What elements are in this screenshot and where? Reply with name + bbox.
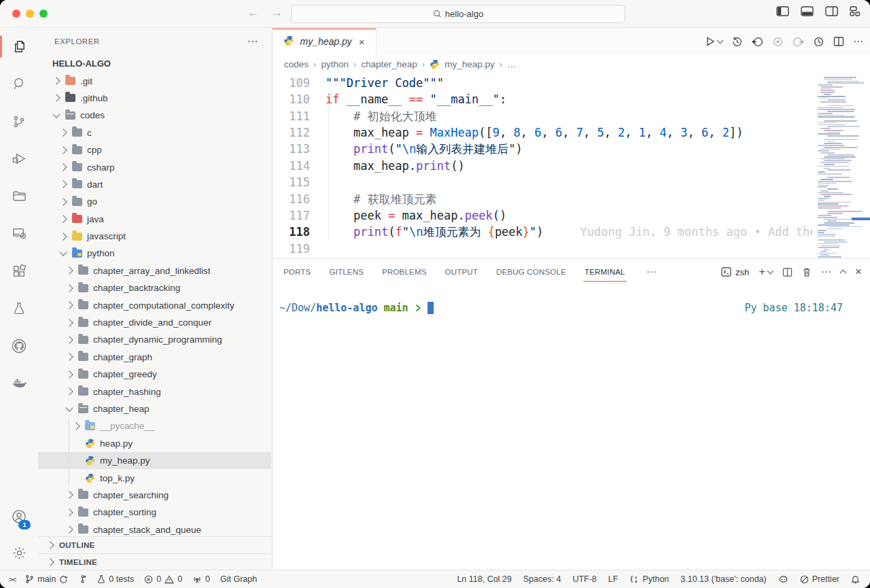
activity-testing-icon[interactable] xyxy=(0,290,38,327)
tree-item-codes[interactable]: codes xyxy=(38,107,271,124)
close-window-button[interactable] xyxy=(12,10,20,18)
breadcrumb-chapter-heap[interactable]: chapter_heap xyxy=(361,59,417,69)
panel-tab-gitlens[interactable]: GITLENS xyxy=(329,268,364,276)
navigate-forward-icon[interactable]: → xyxy=(271,6,283,20)
tree-item-cpp[interactable]: cpp xyxy=(38,141,271,158)
code-editor[interactable]: 109"""Driver Code"""110if __name__ == "_… xyxy=(273,73,870,258)
more-actions-icon[interactable]: ⋯ xyxy=(853,35,863,48)
tree-root-hello-algo[interactable]: HELLO-ALGO xyxy=(38,55,271,72)
forward-circle-icon[interactable] xyxy=(793,36,804,48)
terminal[interactable]: ~/Dow/hello-algo main Py base 18:18:47 xyxy=(279,285,870,570)
tree-item--git[interactable]: .git xyxy=(38,72,271,89)
activity-run-debug-icon[interactable] xyxy=(0,140,38,177)
problems-status[interactable]: 0 0 xyxy=(144,574,182,584)
command-center-search[interactable]: hello-algo xyxy=(291,5,625,23)
python-interpreter-status[interactable]: 3.10.13 ('base': conda) xyxy=(680,574,766,584)
tree-item-chapter-heap[interactable]: chapter_heap xyxy=(38,400,271,417)
navigate-back-icon[interactable]: ← xyxy=(247,6,259,20)
customize-layout-icon[interactable] xyxy=(850,6,860,16)
code-line-118[interactable]: 118 print(f"\n堆顶元素为 {peek}")Yudong Jin, … xyxy=(273,224,870,240)
panel-more-actions-icon[interactable]: ⋯ xyxy=(821,266,831,278)
code-line-119[interactable]: 119 xyxy=(273,241,870,257)
back-circle-icon[interactable] xyxy=(752,36,763,48)
encoding-status[interactable]: UTF-8 xyxy=(572,574,596,584)
code-line-114[interactable]: 114 max_heap.print() xyxy=(273,158,870,174)
circle-dot-icon[interactable] xyxy=(772,36,784,48)
code-line-109[interactable]: 109"""Driver Code""" xyxy=(273,75,870,91)
activity-extensions-icon[interactable] xyxy=(0,252,38,290)
tree-item-javascript[interactable]: javascript xyxy=(38,228,271,245)
tree-item-chapter-computational-complexity[interactable]: chapter_computational_complexity xyxy=(38,296,271,313)
gitlens-status-icon[interactable] xyxy=(78,574,87,584)
panel-tab-problems[interactable]: PROBLEMS xyxy=(382,268,427,276)
code-line-111[interactable]: 111 # 初始化大顶堆 xyxy=(273,108,870,124)
code-line-116[interactable]: 116 # 获取堆顶元素 xyxy=(273,191,870,207)
breadcrumb-file[interactable]: my_heap.py xyxy=(445,59,495,69)
panel-tabs-overflow-icon[interactable]: ⋯ xyxy=(646,266,657,278)
toggle-panel-icon[interactable] xyxy=(801,6,814,16)
activity-source-control-icon[interactable] xyxy=(0,103,38,140)
outline-section[interactable]: OUTLINE xyxy=(38,536,271,553)
activity-folder-icon[interactable] xyxy=(0,177,38,215)
activity-search-icon[interactable] xyxy=(0,65,38,103)
terminal-instance[interactable]: zsh xyxy=(721,267,749,277)
code-line-117[interactable]: 117 peek = max_heap.peek() xyxy=(273,207,870,224)
timeline-section[interactable]: TIMELINE xyxy=(38,553,271,570)
kill-terminal-trash-icon[interactable] xyxy=(802,267,812,277)
code-line-113[interactable]: 113 print("\n输入列表并建堆后") xyxy=(273,141,870,157)
eol-status[interactable]: LF xyxy=(608,574,619,584)
toggle-secondary-sidebar-icon[interactable] xyxy=(825,6,838,16)
new-terminal-button[interactable]: + xyxy=(759,265,773,279)
tree-item-dart[interactable]: dart xyxy=(38,176,271,193)
branch-status[interactable]: main xyxy=(25,574,68,584)
tree-item-go[interactable]: go xyxy=(38,193,271,210)
tree-item-java[interactable]: java xyxy=(38,211,271,228)
panel-tab-ports[interactable]: PORTS xyxy=(283,268,311,276)
activity-remote-explorer-icon[interactable] xyxy=(0,215,38,252)
tree-item-chapter-graph[interactable]: chapter_graph xyxy=(38,349,271,366)
tree-item-chapter-array-and-linkedlist[interactable]: chapter_array_and_linkedlist xyxy=(38,262,271,279)
tree-item-chapter-backtracking[interactable]: chapter_backtracking xyxy=(38,279,271,296)
run-python-file-button[interactable] xyxy=(705,36,723,47)
tree-item--github[interactable]: .github xyxy=(38,90,271,107)
tree-item-chapter-greedy[interactable]: chapter_greedy xyxy=(38,366,271,383)
zoom-window-button[interactable] xyxy=(39,10,48,18)
close-panel-icon[interactable]: × xyxy=(855,265,862,279)
tree-item-top-k-py[interactable]: top_k.py xyxy=(38,469,271,486)
breadcrumb-python[interactable]: python xyxy=(321,59,349,69)
cursor-position-status[interactable]: Ln 118, Col 29 xyxy=(457,574,511,584)
prettier-status[interactable]: Prettier xyxy=(800,574,839,584)
tree-item-heap-py[interactable]: heap.py xyxy=(38,435,271,452)
tree-item-chapter-dynamic-programming[interactable]: chapter_dynamic_programming xyxy=(38,331,271,348)
panel-tab-output[interactable]: OUTPUT xyxy=(445,268,478,276)
activity-explorer-icon[interactable] xyxy=(0,28,38,65)
code-line-110[interactable]: 110if __name__ == "__main__": xyxy=(273,91,870,107)
indentation-status[interactable]: Spaces: 4 xyxy=(523,574,561,584)
tree-item-python[interactable]: python xyxy=(38,245,271,262)
breadcrumb-symbol[interactable]: … xyxy=(507,59,517,69)
activity-github-icon[interactable] xyxy=(0,327,38,364)
split-editor-icon[interactable] xyxy=(833,36,844,47)
explorer-more-actions-icon[interactable]: ⋯ xyxy=(247,35,259,48)
tree-item-chapter-stack-and-queue[interactable]: chapter_stack_and_queue xyxy=(38,521,271,537)
activity-docker-icon[interactable] xyxy=(0,364,38,402)
maximize-panel-icon[interactable] xyxy=(840,270,847,277)
tests-status[interactable]: 0 tests xyxy=(97,574,134,584)
code-line-112[interactable]: 112 max_heap = MaxHeap([9, 8, 6, 6, 7, 5… xyxy=(273,124,870,141)
split-terminal-icon[interactable] xyxy=(782,267,793,277)
accounts-icon[interactable]: 1 xyxy=(0,498,38,535)
notifications-bell-icon[interactable] xyxy=(851,574,860,584)
tree-item-chapter-divide-and-conquer[interactable]: chapter_divide_and_conquer xyxy=(38,314,271,331)
tree-item-chapter-hashing[interactable]: chapter_hashing xyxy=(38,383,271,400)
copilot-status-icon[interactable] xyxy=(778,575,788,584)
code-line-115[interactable]: 115 xyxy=(273,174,870,190)
toggle-primary-sidebar-icon[interactable] xyxy=(776,6,789,16)
settings-gear-icon[interactable] xyxy=(0,535,38,570)
breadcrumb-codes[interactable]: codes xyxy=(284,59,309,69)
minimize-window-button[interactable] xyxy=(26,10,34,18)
panel-tab-terminal[interactable]: TERMINAL xyxy=(585,268,625,276)
git-graph-button[interactable]: Git Graph xyxy=(220,574,257,584)
run-above-icon[interactable] xyxy=(813,36,824,48)
timeline-history-icon[interactable] xyxy=(731,36,743,48)
tree-item--pycache-[interactable]: __pycache__ xyxy=(38,417,271,434)
